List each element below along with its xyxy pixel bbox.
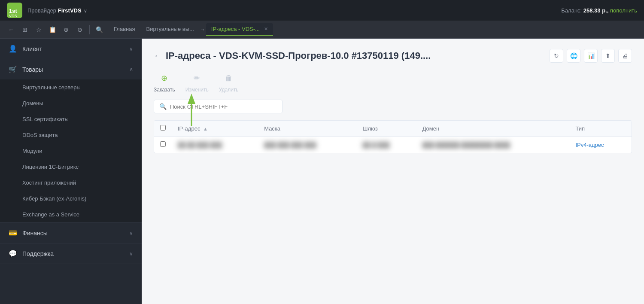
order-icon: ⊕ [158,71,171,85]
tovary-icon: 🛒 [9,65,17,73]
sidebar-item-modules[interactable]: Модули [0,143,142,159]
col-checkbox [154,121,172,137]
sidebar-item-tovary[interactable]: 🛒 Товары ∨ [0,59,142,79]
table-button[interactable]: 📊 [584,49,598,63]
sidebar-item-finansy[interactable]: 💳 Финансы ∨ [0,223,142,243]
col-ip[interactable]: IP-адрес ▲ [172,121,258,137]
nav-back-button[interactable]: ← [5,24,17,36]
nav-grid-button[interactable]: ⊞ [19,24,31,36]
page-actions: ↻ 🌐 📊 ⬆ 🖨 [550,49,632,63]
col-gateway: Шлюз [357,121,416,137]
type-badge: IPv4-адрес [575,142,604,148]
tab-main-label: Главная [114,26,135,32]
search-icon: 🔍 [159,103,167,110]
svg-text:VDS: VDS [9,14,17,18]
tab-close-icon[interactable]: ✕ [264,26,268,32]
tab-main[interactable]: Главная [109,23,140,36]
row-gateway: ██ █ ███ [357,137,416,153]
sidebar-item-exchange[interactable]: Exchange as a Service [0,207,142,222]
select-all-checkbox[interactable] [160,125,166,131]
finansy-icon: 💳 [9,229,17,237]
logo[interactable]: 1st VDS [7,3,22,18]
row-domain: ███ ██████ ████████ ████ [416,137,570,153]
delete-button[interactable]: 🗑 Удалить [219,71,239,93]
nav-search-button[interactable]: 🔍 [93,24,105,36]
search-input[interactable] [170,103,277,110]
nav-divider [89,25,90,34]
order-label: Заказать [154,87,175,93]
sidebar-support-label: Поддержка [22,250,54,257]
nav-star-button[interactable]: ☆ [33,24,45,36]
delete-label: Удалить [219,87,239,93]
sidebar-item-ddos[interactable]: DDoS защита [0,127,142,143]
toolbar: ⊕ Заказать ✏ Изменить 🗑 Удалить [154,71,632,93]
tab-ip-label: IP-адреса - VDS-... [211,26,260,32]
sidebar-item-klient[interactable]: 👤 Клиент ∨ [0,39,142,59]
svg-text:1st: 1st [9,8,17,14]
row-ip: ██ ██ ███ ███ [172,137,258,153]
support-chevron-icon: ∨ [129,251,133,257]
tab-ip[interactable]: IP-адреса - VDS-... ✕ [206,23,273,36]
browser-bar: ← ⊞ ☆ 📋 ⊕ ⊖ 🔍 Главная Виртуальные вы... … [0,21,644,39]
tovary-chevron-icon: ∨ [129,67,133,73]
sidebar: 👤 Клиент ∨ 🛒 Товары ∨ Виртуальные сервер… [0,39,142,304]
klient-icon: 👤 [9,45,17,53]
page-title: IP-адреса - VDS-KVM-SSD-Прогрев-10.0 #13… [166,50,431,61]
back-button[interactable]: ← [154,52,161,61]
col-type: Тип [569,121,632,137]
row-mask: ███ ███ ███ ███ [258,137,356,153]
tab-arrow-separator: → [200,27,205,33]
export-button[interactable]: ⬆ [601,49,615,63]
sidebar-item-domains[interactable]: Домены [0,95,142,111]
sidebar-section-tovary: 🛒 Товары ∨ Виртуальные серверы Домены SS… [0,59,142,223]
row-type: IPv4-адрес [569,137,632,153]
row-checkbox[interactable] [160,141,166,147]
logo-icon: 1st VDS [7,3,22,18]
sidebar-section-klient: 👤 Клиент ∨ [0,39,142,59]
support-icon: 💬 [9,249,17,258]
topbar: 1st VDS Провайдер FirstVDS ∨ Баланс: 258… [0,0,644,21]
col-mask: Маска [258,121,356,137]
search-bar: 🔍 [154,100,283,113]
print-button[interactable]: 🖨 [618,49,632,63]
tabs-area: Главная Виртуальные вы... → IP-адреса - … [109,23,639,36]
sidebar-tovary-label: Товары [22,66,43,73]
sidebar-item-virtual-servers[interactable]: Виртуальные серверы [0,79,142,95]
sidebar-finansy-label: Финансы [22,230,48,237]
browser-nav: ← ⊞ ☆ 📋 ⊕ ⊖ 🔍 [5,24,105,36]
sidebar-section-finansy: 💳 Финансы ∨ [0,223,142,243]
order-button[interactable]: ⊕ Заказать [154,71,175,93]
table-body: ██ ██ ███ ███ ███ ███ ███ ███ ██ █ ███ █… [154,137,632,153]
ip-table-container: IP-адрес ▲ Маска Шлюз Домен [154,120,632,153]
sidebar-item-ssl[interactable]: SSL сертификаты [0,111,142,127]
layout: 👤 Клиент ∨ 🛒 Товары ∨ Виртуальные сервер… [0,39,644,304]
sidebar-item-backup[interactable]: Кибер Бэкап (ex-Acronis) [0,191,142,207]
edit-button[interactable]: ✏ Изменить [185,71,209,93]
ip-table: IP-адрес ▲ Маска Шлюз Домен [154,121,632,153]
topbar-balance: Баланс: 258.33 р., пополнить [561,7,637,14]
topbar-left: 1st VDS Провайдер FirstVDS ∨ [7,3,87,18]
finansy-chevron-icon: ∨ [129,230,133,236]
tab-vds[interactable]: Виртуальные вы... [141,23,199,36]
globe-button[interactable]: 🌐 [567,49,580,63]
sidebar-item-support[interactable]: 💬 Поддержка ∨ [0,243,142,264]
nav-minus-button[interactable]: ⊖ [74,24,86,36]
provider-label: Провайдер FirstVDS ∨ [27,7,87,14]
nav-book-button[interactable]: 📋 [46,24,58,36]
sidebar-item-hosting[interactable]: Хостинг приложений [0,175,142,191]
sidebar-klient-label: Клиент [22,46,42,52]
nav-plus-button[interactable]: ⊕ [60,24,72,36]
provider-chevron-icon[interactable]: ∨ [84,8,87,13]
klient-chevron-icon: ∨ [129,46,133,52]
table-row: ██ ██ ███ ███ ███ ███ ███ ███ ██ █ ███ █… [154,137,632,153]
page-header: ← IP-адреса - VDS-KVM-SSD-Прогрев-10.0 #… [154,49,632,63]
sidebar-section-support: 💬 Поддержка ∨ [0,243,142,264]
refresh-button[interactable]: ↻ [550,49,563,63]
col-domain: Домен [416,121,570,137]
main-content: ← IP-адреса - VDS-KVM-SSD-Прогрев-10.0 #… [142,39,644,304]
row-checkbox-cell [154,137,172,153]
topbar-replenish-link[interactable]: пополнить [610,7,637,14]
ip-sort-icon: ▲ [203,126,208,131]
sidebar-item-bitrix[interactable]: Лицензии 1С-Битрикс [0,159,142,175]
sidebar-submenu-tovary: Виртуальные серверы Домены SSL сертифика… [0,79,142,222]
